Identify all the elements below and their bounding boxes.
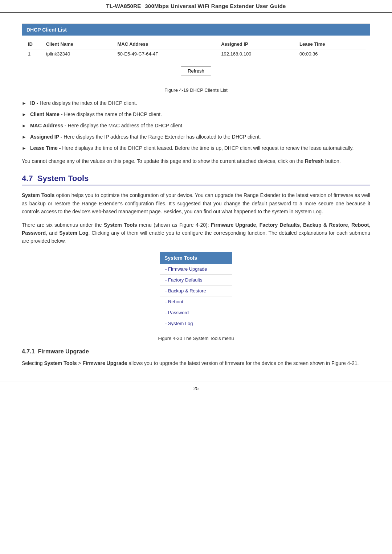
cell-id: 1	[26, 49, 45, 59]
refresh-button[interactable]: Refresh	[181, 66, 211, 75]
section-47-title: System Tools	[37, 174, 89, 183]
firmware-upgrade-bold: Firmware Upgrade	[211, 222, 256, 228]
menu-item[interactable]: - Backup & Restore	[160, 286, 232, 296]
backup-restore-bold: Backup & Restore	[303, 222, 348, 228]
dhcp-table-header: DHCP Client List	[22, 24, 370, 36]
refresh-bold: Refresh	[305, 158, 324, 164]
bullet-arrow: ►	[22, 111, 26, 118]
section-471-para: Selecting System Tools > Firmware Upgrad…	[22, 359, 370, 367]
bullet-list: ► ID - Here displays the index of the DH…	[22, 99, 370, 152]
dhcp-table-head-row: ID Client Name MAC Address Assigned IP L…	[26, 39, 366, 49]
reboot-bold: Reboot	[351, 222, 369, 228]
header-guide-title: 300Mbps Universal WiFi Range Extender Us…	[145, 3, 286, 9]
list-item: ► ID - Here displays the index of the DH…	[22, 99, 370, 107]
bullet-label: MAC Address -	[30, 123, 66, 128]
menu-item[interactable]: - Firmware Upgrade	[160, 264, 232, 275]
menu-item[interactable]: - Password	[160, 307, 232, 318]
page-number: 25	[193, 386, 199, 391]
section-47-para2: There are six submenus under the System …	[22, 221, 370, 245]
bullet-label: Lease Time -	[30, 145, 61, 151]
cell-client-name: tplink32340	[45, 49, 116, 59]
section-471-title: Firmware Upgrade	[38, 348, 89, 354]
col-lease-time: Lease Time	[298, 39, 366, 49]
figure-4-20-caption: Figure 4-20 The System Tools menu	[22, 336, 370, 341]
menu-item[interactable]: - Factory Defaults	[160, 275, 232, 286]
bullet-arrow: ►	[22, 122, 26, 130]
factory-defaults-bold: Factory Defaults	[260, 222, 300, 228]
system-tools-menu: System Tools - Firmware Upgrade- Factory…	[160, 252, 232, 329]
note-paragraph: You cannot change any of the values on t…	[22, 157, 370, 165]
section-47-heading: 4.7 System Tools	[22, 174, 370, 185]
bullet-label: Client Name -	[30, 111, 62, 117]
list-item: ► Client Name - Here displays the name o…	[22, 111, 370, 118]
table-row: 1 tplink32340 50-E5-49-C7-64-4F 192.168.…	[26, 49, 366, 59]
col-assigned-ip: Assigned IP	[220, 39, 298, 49]
password-bold: Password	[22, 230, 46, 236]
bullet-text: MAC Address - Here displays the MAC addr…	[30, 122, 184, 130]
menu-items-container: - Firmware Upgrade- Factory Defaults- Ba…	[160, 264, 232, 329]
section-47-number: 4.7	[22, 174, 37, 183]
cell-mac-address: 50-E5-49-C7-64-4F	[116, 49, 220, 59]
system-tools-bold: System Tools	[22, 192, 54, 198]
section-471-heading: 4.7.1 Firmware Upgrade	[22, 348, 370, 355]
cell-assigned-ip: 192.168.0.100	[220, 49, 298, 59]
refresh-row: Refresh	[22, 62, 370, 80]
page-footer: 25	[0, 382, 392, 395]
cell-lease-time: 00:00:36	[298, 49, 366, 59]
bullet-arrow: ►	[22, 145, 26, 152]
system-tools-bold2: System Tools	[104, 222, 137, 228]
bullet-text: Assigned IP - Here displays the IP addre…	[30, 133, 261, 141]
header-model: TL-WA850RE	[106, 3, 141, 9]
system-log-bold: System Log	[59, 230, 88, 236]
menu-item[interactable]: - Reboot	[160, 296, 232, 307]
main-content: DHCP Client List ID Client Name MAC Addr…	[0, 24, 392, 367]
list-item: ► Lease Time - Here displays the time of…	[22, 144, 370, 152]
bullet-arrow: ►	[22, 100, 26, 107]
bullet-text: ID - Here displays the index of the DHCP…	[30, 99, 137, 107]
col-mac-address: MAC Address	[116, 39, 220, 49]
bullet-label: Assigned IP -	[30, 134, 62, 140]
bullet-label: ID -	[30, 100, 38, 106]
section-471-number: 4.7.1	[22, 348, 38, 354]
header-title: TL-WA850RE 300Mbps Universal WiFi Range …	[106, 3, 286, 9]
dhcp-table-inner: ID Client Name MAC Address Assigned IP L…	[22, 36, 370, 62]
system-tools-bold3: System Tools	[44, 360, 77, 366]
dhcp-table-wrapper: DHCP Client List ID Client Name MAC Addr…	[22, 24, 370, 80]
list-item: ► Assigned IP - Here displays the IP add…	[22, 133, 370, 141]
figure-4-19-caption: Figure 4-19 DHCP Clients List	[22, 87, 370, 93]
col-id: ID	[26, 39, 45, 49]
bullet-text: Client Name - Here displays the name of …	[30, 111, 162, 118]
firmware-upgrade-bold2: Firmware Upgrade	[82, 360, 127, 366]
bullet-text: Lease Time - Here displays the time of t…	[30, 144, 354, 152]
menu-item[interactable]: - System Log	[160, 318, 232, 329]
list-item: ► MAC Address - Here displays the MAC ad…	[22, 122, 370, 130]
menu-box-header: System Tools	[160, 252, 232, 264]
bullet-arrow: ►	[22, 134, 26, 141]
page-header: TL-WA850RE 300Mbps Universal WiFi Range …	[0, 0, 392, 13]
col-client-name: Client Name	[45, 39, 116, 49]
section-47-para1: System Tools option helps you to optimiz…	[22, 191, 370, 216]
dhcp-table: ID Client Name MAC Address Assigned IP L…	[26, 39, 366, 58]
